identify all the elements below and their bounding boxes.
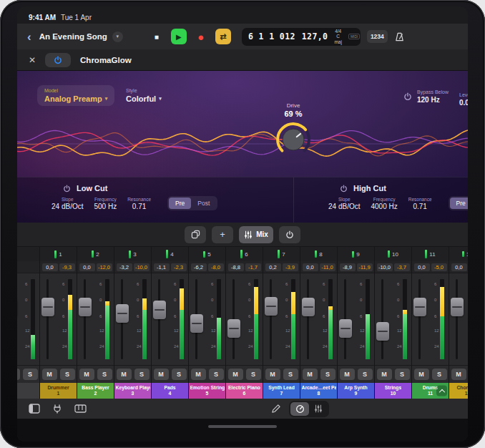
fader-handle[interactable] (376, 322, 389, 341)
duplicate-button[interactable] (185, 226, 206, 243)
mute-button[interactable]: M (303, 369, 318, 380)
mute-button[interactable]: M (340, 369, 355, 380)
solo-button[interactable]: S (60, 369, 75, 380)
close-plugin-button[interactable]: ✕ (29, 55, 36, 65)
volume-fader[interactable] (121, 279, 123, 359)
fader-handle[interactable] (339, 319, 352, 338)
volume-fader[interactable] (344, 279, 346, 359)
fader-handle[interactable] (153, 301, 166, 319)
cycle-button[interactable]: ⇄ (215, 29, 231, 44)
fader-handle[interactable] (451, 298, 464, 316)
mute-button[interactable]: M (154, 369, 169, 380)
volume-fader[interactable] (84, 279, 86, 359)
track-label[interactable]: Strings 10 (375, 383, 411, 399)
track-label[interactable]: Bass Player 2 (77, 383, 114, 399)
low-cut-resonance[interactable]: Resonance 0.71 (127, 197, 151, 210)
home-indicator[interactable] (208, 425, 277, 428)
drive-knob[interactable] (273, 120, 313, 160)
volume-fader[interactable] (381, 279, 383, 359)
mute-button[interactable]: M (414, 369, 429, 380)
solo-button[interactable]: S (209, 369, 224, 380)
low-cut-power-button[interactable] (63, 185, 71, 193)
solo-button[interactable]: S (23, 369, 38, 380)
song-title[interactable]: An Evening Song (39, 32, 107, 41)
plugin-power-button[interactable] (45, 53, 71, 67)
volume-fader[interactable] (232, 279, 235, 359)
track-label[interactable]: Keyboard Player 3 (114, 383, 151, 399)
mute-button[interactable]: M (191, 369, 206, 380)
low-cut-slope[interactable]: Slope 24 dB/Oct (52, 197, 83, 210)
song-menu-button[interactable]: ▾ (112, 31, 123, 42)
high-cut-slope[interactable]: Slope 24 dB/Oct (328, 197, 360, 210)
knob-view-button[interactable] (290, 402, 309, 416)
browser-button[interactable] (29, 404, 40, 414)
stop-button[interactable]: ■ (149, 29, 165, 44)
volume-fader[interactable] (195, 279, 197, 359)
fader-handle[interactable] (302, 298, 315, 316)
solo-button[interactable]: S (283, 369, 298, 380)
volume-fader[interactable] (158, 279, 160, 359)
mute-button[interactable]: M (42, 369, 57, 380)
volume-fader[interactable] (418, 279, 421, 359)
lcd-display[interactable]: 6 1 1 012 127,0 4/4 C maj MIDI (242, 28, 361, 46)
track-label[interactable]: Arp Synth 9 (338, 383, 374, 399)
volume-fader[interactable] (456, 279, 458, 359)
mute-button[interactable]: M (265, 369, 280, 380)
pre-segment[interactable]: Pre (169, 198, 191, 209)
mute-button[interactable]: M (79, 369, 94, 380)
edit-button[interactable] (271, 404, 280, 414)
plugins-button[interactable] (52, 404, 62, 414)
post-segment[interactable]: Post (191, 198, 216, 209)
volume-fader[interactable] (46, 279, 49, 359)
solo-button[interactable]: S (395, 369, 410, 380)
track-label[interactable]: Arcade…eet Pad 8 (300, 383, 337, 399)
channel-power-button[interactable] (279, 226, 300, 243)
fader-handle[interactable] (265, 297, 278, 316)
fader-handle[interactable] (116, 304, 129, 323)
level-control[interactable]: Level 0.0 (459, 92, 468, 107)
high-cut-resonance[interactable]: Resonance 0.71 (408, 197, 432, 210)
track-label[interactable]: Drummer 1 (40, 383, 77, 399)
model-dropdown[interactable]: Model Analog Preamp▾ (37, 85, 114, 106)
mute-button[interactable]: M (117, 369, 132, 380)
track-label[interactable]: Synth Lead 7 (263, 383, 300, 399)
pre-segment[interactable]: Pre (450, 198, 468, 209)
keyboard-button[interactable] (74, 404, 87, 413)
volume-fader[interactable] (307, 279, 309, 359)
fader-handle[interactable] (41, 298, 54, 316)
mute-button[interactable]: M (17, 369, 20, 380)
faders-view-button[interactable] (309, 402, 328, 416)
solo-button[interactable]: S (172, 369, 187, 380)
track-label[interactable]: Pads 4 (152, 383, 188, 399)
volume-fader[interactable] (270, 279, 272, 359)
track-label[interactable] (17, 383, 39, 399)
low-cut-frequency[interactable]: Frequency 500 Hz (94, 197, 117, 210)
bypass-below-control[interactable]: Bypass Below 120 Hz (403, 89, 449, 104)
collapse-stack-button[interactable] (436, 386, 447, 396)
solo-button[interactable]: S (320, 369, 335, 380)
mute-button[interactable]: M (451, 369, 466, 380)
high-cut-power-button[interactable] (340, 185, 348, 193)
play-button[interactable]: ▶ (171, 29, 187, 44)
drive-control[interactable]: Drive 69 % (272, 102, 315, 162)
fader-handle[interactable] (413, 298, 426, 316)
track-label[interactable]: Electric Piano 6 (226, 383, 263, 399)
high-cut-frequency[interactable]: Frequency 4000 Hz (371, 197, 397, 210)
solo-button[interactable]: S (134, 369, 150, 380)
track-label[interactable]: Drums 11 (412, 383, 449, 399)
metronome-button[interactable] (394, 31, 405, 42)
add-track-button[interactable]: + (212, 226, 233, 243)
solo-button[interactable]: S (246, 369, 261, 380)
solo-button[interactable]: S (97, 369, 112, 380)
mix-view-button[interactable]: Mix (239, 226, 273, 243)
back-chevron-icon[interactable]: ‹ (27, 31, 31, 43)
mute-button[interactable]: M (228, 369, 243, 380)
track-label[interactable]: Emotion Strings 5 (189, 383, 225, 399)
solo-button[interactable]: S (358, 369, 373, 380)
fader-handle[interactable] (79, 298, 92, 316)
fader-handle[interactable] (190, 314, 203, 333)
record-button[interactable]: ● (193, 29, 209, 44)
count-in-button[interactable]: 1234 (367, 30, 388, 43)
style-dropdown[interactable]: Style Colorful▾ (126, 88, 162, 103)
mute-button[interactable]: M (377, 369, 392, 380)
